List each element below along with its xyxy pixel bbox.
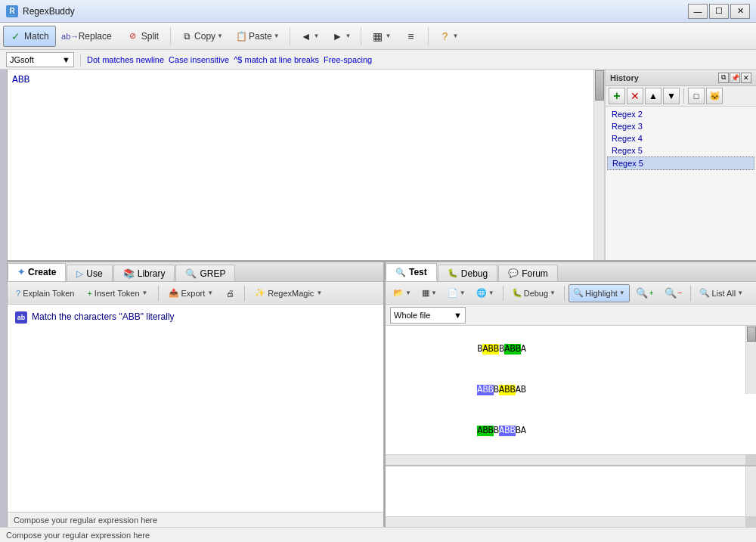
debug-label: Debug — [461, 268, 488, 279]
history-item-regex5a[interactable]: Regex 5 — [607, 144, 754, 156]
options-separator — [80, 54, 81, 66]
copy-dropdown-button[interactable]: ⧉ Copy ▼ — [175, 26, 228, 47]
separator-1 — [170, 27, 171, 45]
test-vscrollbar-lower[interactable] — [745, 466, 756, 516]
regex-text[interactable]: ABB — [11, 73, 601, 87]
grid-dropdown-button[interactable]: ▦ ▼ — [366, 26, 396, 47]
zoom-out-icon: 🔍 — [665, 287, 677, 299]
option-free-spacing[interactable]: Free-spacing — [324, 55, 372, 64]
tab-use[interactable]: ▷ Use — [67, 265, 112, 281]
option-dot-newline[interactable]: Dot matches newline — [87, 55, 164, 64]
explain-token-icon: ? — [16, 289, 20, 298]
match-6: ABB — [499, 426, 516, 436]
history-down-button[interactable]: ▼ — [663, 88, 680, 104]
text-a1: A — [521, 344, 526, 355]
match-4: ABB — [499, 385, 516, 395]
separator-2 — [290, 27, 290, 45]
back-dropdown-button[interactable]: ◄ ▼ — [295, 26, 325, 47]
scope-select[interactable]: Whole file ▼ — [390, 307, 466, 324]
test-view-dropdown[interactable]: ▦ ▼ — [417, 284, 442, 302]
match-label: Match — [24, 31, 49, 42]
test-text-area[interactable]: BABBBABBA ABBBABBAB ABBBABBBA — [386, 326, 756, 454]
test-highlight-icon: 🔍 — [573, 288, 584, 298]
test-vscrollbar[interactable] — [745, 326, 756, 394]
replace-button[interactable]: ab→ Replace — [57, 26, 119, 47]
zoom-in-plus: + — [649, 289, 654, 297]
print-button[interactable]: 🖨 — [221, 284, 240, 302]
insert-token-icon: + — [87, 289, 91, 298]
option-multiline[interactable]: ^$ match at line breaks — [234, 55, 319, 64]
tab-grep[interactable]: 🔍 GREP — [175, 265, 235, 281]
regexmagic-arrow: ▼ — [316, 290, 322, 296]
option-case-insensitive[interactable]: Case insensitive — [169, 55, 229, 64]
test-hscrollbar-track — [386, 455, 745, 465]
test-target-dropdown[interactable]: 🌐 ▼ — [472, 284, 499, 302]
history-item-regex4[interactable]: Regex 4 — [607, 132, 754, 144]
history-cat-button[interactable]: 🐱 — [706, 88, 723, 104]
history-item-regex3[interactable]: Regex 3 — [607, 120, 754, 132]
history-delete-button[interactable]: ✕ — [627, 88, 643, 104]
test-open-dropdown[interactable]: 📂 ▼ — [389, 284, 416, 302]
app-title: RegexBuddy — [23, 6, 75, 17]
history-up-button[interactable]: ▲ — [645, 88, 662, 104]
export-arrow: ▼ — [207, 290, 213, 296]
forward-icon: ► — [332, 30, 344, 42]
test-list-all-button[interactable]: 🔍 List All ▼ — [695, 284, 748, 302]
explain-item-icon: ab — [15, 311, 27, 324]
test-debug-icon: 🐛 — [512, 288, 522, 298]
test-format-dropdown[interactable]: 📄 ▼ — [443, 284, 470, 302]
flavor-select[interactable]: JGsoft ▼ — [6, 52, 74, 67]
test-open-icon: 📂 — [393, 288, 404, 298]
regex-scrollbar[interactable] — [593, 70, 604, 260]
match-button[interactable]: ✓ Match — [3, 26, 56, 47]
text-b4: B — [494, 426, 499, 436]
history-pin-button[interactable]: 📌 — [730, 73, 740, 83]
tab-forum[interactable]: 💬 Forum — [498, 265, 558, 281]
test-bottom-area[interactable] — [386, 466, 756, 527]
regexmagic-button[interactable]: ✨ RegexMagic ▼ — [249, 284, 327, 302]
test-zoom-out-button[interactable]: 🔍 − — [660, 284, 687, 302]
history-toolbar: + ✕ ▲ ▼ □ 🐱 — [606, 86, 756, 107]
test-debug-dropdown[interactable]: 🐛 Debug ▼ — [507, 284, 560, 302]
tab-debug[interactable]: 🐛 Debug — [438, 265, 497, 281]
forward-dropdown-button[interactable]: ► ▼ — [327, 26, 357, 47]
test-hscrollbar-upper[interactable] — [386, 454, 756, 465]
maximize-button[interactable]: ☐ — [709, 4, 729, 19]
zoom-out-minus: − — [678, 289, 683, 297]
history-page-button[interactable]: □ — [688, 88, 705, 104]
test-content-area[interactable]: BABBBABBA ABBBABBAB ABBBABBBA — [386, 326, 756, 454]
match-2: ABB — [504, 344, 521, 355]
copy-icon: ⧉ — [181, 30, 193, 42]
list-icon: ≡ — [404, 30, 417, 42]
history-item-regex5b[interactable]: Regex 5 — [607, 156, 754, 170]
bottom-section: ✦ Create ▷ Use 📚 Library 🔍 — [8, 262, 756, 527]
insert-token-arrow: ▼ — [142, 290, 148, 296]
export-button[interactable]: 📤 Export ▼ — [163, 284, 219, 302]
history-restore-button[interactable]: ⧉ — [718, 73, 729, 83]
history-close-button[interactable]: ✕ — [741, 73, 751, 83]
test-zoom-in-button[interactable]: 🔍 + — [631, 284, 658, 302]
test-list-all-icon: 🔍 — [699, 288, 710, 298]
list-button[interactable]: ≡ — [398, 26, 423, 47]
test-tabs: 🔍 Test 🐛 Debug 💬 Forum — [386, 262, 756, 282]
help-dropdown-button[interactable]: ? ▼ — [433, 26, 463, 47]
test-hscrollbar-lower[interactable] — [386, 516, 745, 527]
create-icon: ✦ — [17, 267, 25, 277]
explain-token-button[interactable]: ? Explain Token — [11, 284, 79, 302]
tab-library[interactable]: 📚 Library — [113, 265, 175, 281]
replace-label: Replace — [79, 31, 112, 42]
regex-editor[interactable]: ABB — [8, 70, 605, 260]
paste-dropdown-button[interactable]: 📋 Paste ▼ — [230, 26, 285, 47]
test-highlight-button[interactable]: 🔍 Highlight ▼ — [569, 284, 630, 302]
close-button[interactable]: ✕ — [730, 4, 750, 19]
insert-token-button[interactable]: + Insert Token ▼ — [82, 284, 153, 302]
history-add-button[interactable]: + — [609, 88, 625, 104]
test-toolbar-sep2 — [564, 286, 565, 301]
content-area: ABB History ⧉ 📌 ✕ — [0, 70, 756, 527]
minimize-button[interactable]: — — [688, 4, 708, 19]
tab-test[interactable]: 🔍 Test — [386, 263, 437, 281]
tab-create[interactable]: ✦ Create — [8, 263, 66, 281]
scope-arrow: ▼ — [454, 311, 462, 320]
history-item-regex2[interactable]: Regex 2 — [607, 108, 754, 120]
split-button[interactable]: ⊘ Split — [120, 26, 166, 47]
